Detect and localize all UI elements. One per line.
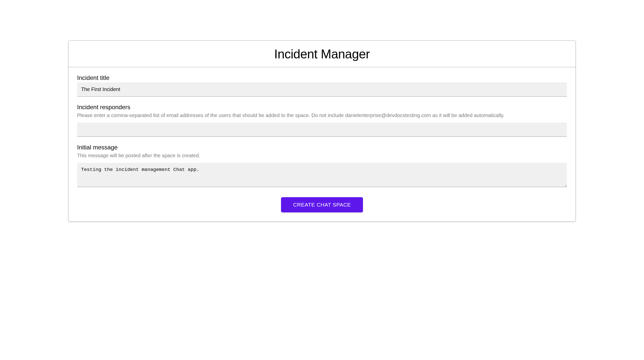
incident-responders-input[interactable] <box>77 123 567 137</box>
initial-message-label: Initial message <box>77 144 567 151</box>
initial-message-textarea[interactable]: Testing the incident management Chat app… <box>77 163 567 187</box>
incident-title-label: Incident title <box>77 74 567 81</box>
card-header: Incident Manager <box>68 41 576 67</box>
incident-title-input[interactable] <box>77 82 567 97</box>
page-title: Incident Manager <box>74 47 570 61</box>
button-row: CREATE CHAT SPACE <box>77 197 567 212</box>
incident-manager-card: Incident Manager Incident title Incident… <box>68 40 576 222</box>
initial-message-hint: This message will be posted after the sp… <box>77 152 567 159</box>
card-body: Incident title Incident responders Pleas… <box>68 67 576 221</box>
incident-responders-label: Incident responders <box>77 104 567 111</box>
initial-message-group: Initial message This message will be pos… <box>77 144 567 188</box>
incident-title-group: Incident title <box>77 74 567 97</box>
create-chat-space-button[interactable]: CREATE CHAT SPACE <box>281 197 363 212</box>
incident-responders-group: Incident responders Please enter a comma… <box>77 104 567 137</box>
incident-responders-hint: Please enter a comma-separated list of e… <box>77 112 567 119</box>
